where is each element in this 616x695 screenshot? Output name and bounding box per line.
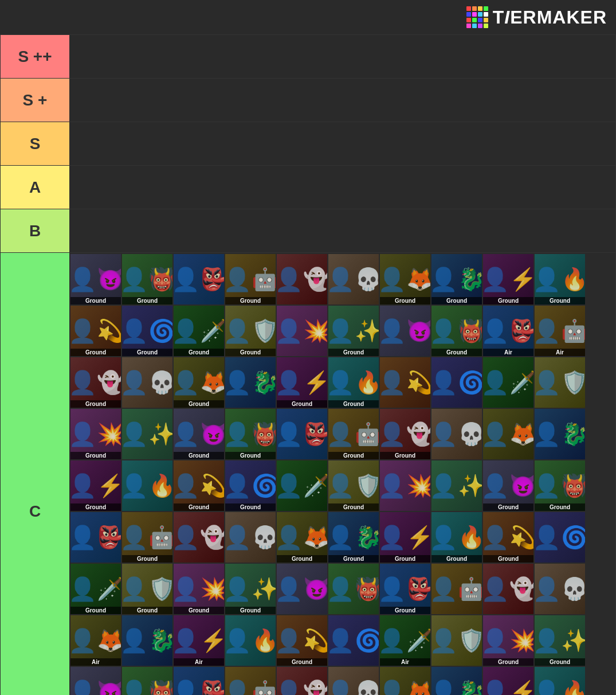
char-label: Ground <box>225 503 276 511</box>
char-cell[interactable]: 🗡️ Air <box>380 615 430 666</box>
char-cell[interactable]: 💫 Ground <box>277 615 327 666</box>
char-cell[interactable]: 👻 <box>277 254 327 304</box>
char-cell[interactable]: 🌀 <box>431 357 482 408</box>
char-cell[interactable]: 😈 <box>70 667 121 695</box>
char-cell[interactable]: 🔥 Ground <box>431 512 482 563</box>
char-cell[interactable]: 🦊 <box>483 409 533 459</box>
char-cell[interactable]: ✨ Ground <box>328 306 379 356</box>
char-cell[interactable]: ⚡ <box>483 667 533 695</box>
char-cell[interactable]: 👻 Ground <box>70 357 121 408</box>
char-cell[interactable]: 🔥 Ground <box>535 667 585 695</box>
char-cell[interactable]: 👻 <box>174 512 224 563</box>
char-cell[interactable]: 😈 <box>277 564 327 614</box>
char-cell[interactable]: 🌀 <box>535 512 585 563</box>
char-cell[interactable]: 🐉 <box>225 357 276 408</box>
char-cell[interactable]: 👺 Ground <box>380 564 430 614</box>
char-cell[interactable]: 😈 <box>380 306 430 356</box>
char-cell[interactable]: 🦊 <box>380 667 430 695</box>
char-cell[interactable]: 👺 <box>174 667 224 695</box>
char-cell[interactable]: 💫 Ground <box>483 512 533 563</box>
char-cell[interactable]: 💫 Ground <box>174 460 224 511</box>
char-cell[interactable]: 💀 <box>122 357 172 408</box>
char-cell[interactable]: 👺 Air <box>483 306 533 356</box>
char-cell[interactable]: ⚡ Ground <box>70 460 121 511</box>
char-cell[interactable]: 👹 <box>328 564 379 614</box>
char-cell[interactable]: 🗡️ <box>483 357 533 408</box>
char-cell[interactable]: 👹 Ground <box>122 254 172 304</box>
char-cell[interactable]: 👺 <box>70 512 121 563</box>
char-cell[interactable]: 🛡️ Ground <box>225 306 276 356</box>
char-cell[interactable]: 🦊 Ground <box>380 254 430 304</box>
char-cell[interactable]: 🔥 <box>225 615 276 666</box>
char-cell[interactable]: 🔥 <box>122 460 172 511</box>
tier-content-s <box>69 122 615 165</box>
char-cell[interactable]: 👺 <box>174 254 224 304</box>
char-cell[interactable]: 🤖 Ground <box>328 409 379 459</box>
char-cell[interactable]: 💀 <box>225 512 276 563</box>
char-cell[interactable]: 🛡️ Ground <box>328 460 379 511</box>
char-cell[interactable]: 🦊 Ground <box>277 512 327 563</box>
char-cell[interactable]: 🔥 Ground <box>328 357 379 408</box>
char-cell[interactable]: 🐉 Ground <box>431 254 482 304</box>
char-cell[interactable]: 💫 <box>380 357 430 408</box>
char-cell[interactable]: 🗡️ <box>277 460 327 511</box>
char-cell[interactable]: 🐉 Ground <box>431 667 482 695</box>
char-cell[interactable]: 😈 Ground <box>483 460 533 511</box>
char-cell[interactable]: 🛡️ <box>431 615 482 666</box>
char-cell[interactable]: ✨ <box>122 409 172 459</box>
char-cell[interactable]: 👹 Ground <box>122 667 172 695</box>
char-cell[interactable]: 👹 Ground <box>431 306 482 356</box>
char-cell[interactable]: ⚡ Ground <box>483 254 533 304</box>
char-cell[interactable]: 💫 Ground <box>70 306 121 356</box>
char-label: Ground <box>431 349 482 356</box>
char-cell[interactable]: ✨ Ground <box>225 564 276 614</box>
char-label: Ground <box>225 349 276 356</box>
char-cell[interactable]: 🤖 Ground <box>225 254 276 304</box>
char-cell[interactable]: 💥 Ground <box>483 615 533 666</box>
char-label: Ground <box>174 452 224 459</box>
char-cell[interactable]: 🦊 Air <box>70 615 121 666</box>
char-cell[interactable]: ⚡ Ground <box>380 512 430 563</box>
char-cell[interactable]: ✨ Ground <box>535 615 585 666</box>
char-cell[interactable]: 👻 Ground <box>380 409 430 459</box>
char-cell[interactable]: 👺 <box>277 409 327 459</box>
char-cell[interactable]: 💀 <box>431 409 482 459</box>
char-label: Ground <box>431 297 482 304</box>
char-label: Ground <box>277 555 327 563</box>
char-cell[interactable]: 🗡️ Ground <box>174 306 224 356</box>
char-cell[interactable]: 🛡️ <box>535 357 585 408</box>
char-cell[interactable]: 🦊 Ground <box>174 357 224 408</box>
char-cell[interactable]: 🛡️ Ground <box>122 564 172 614</box>
tier-content-c: 😈 Ground 👹 Ground 👺 🤖 Ground 👻 💀 🦊 <box>69 253 615 695</box>
char-cell[interactable]: 👻 <box>483 564 533 614</box>
char-cell[interactable]: 💀 <box>328 254 379 304</box>
char-cell[interactable]: 🌀 <box>328 615 379 666</box>
char-cell[interactable]: 💀 Ground <box>328 667 379 695</box>
char-cell[interactable]: 🐉 <box>122 615 172 666</box>
char-cell[interactable]: 🔥 Ground <box>535 254 585 304</box>
char-label: Ground <box>277 658 327 666</box>
char-cell[interactable]: 💥 <box>277 306 327 356</box>
char-cell[interactable]: 😈 Ground <box>70 254 121 304</box>
char-cell[interactable]: ⚡ Ground <box>277 357 327 408</box>
char-cell[interactable]: 🐉 Ground <box>328 512 379 563</box>
char-cell[interactable]: 🤖 Ground <box>225 667 276 695</box>
char-cell[interactable]: 🗡️ Ground <box>70 564 121 614</box>
char-cell[interactable]: 😈 Ground <box>174 409 224 459</box>
char-cell[interactable]: 💥 Ground <box>174 564 224 614</box>
char-cell[interactable]: 🌀 Ground <box>225 460 276 511</box>
char-cell[interactable]: 👹 Ground <box>535 460 585 511</box>
char-cell[interactable]: ✨ <box>431 460 482 511</box>
char-cell[interactable]: 👹 Ground <box>225 409 276 459</box>
char-cell[interactable]: 🤖 <box>431 564 482 614</box>
char-cell[interactable]: 💥 Ground <box>70 409 121 459</box>
char-cell[interactable]: 🐉 <box>535 409 585 459</box>
char-label: Ground <box>70 607 121 614</box>
char-cell[interactable]: ⚡ Air <box>174 615 224 666</box>
char-cell[interactable]: 👻 <box>277 667 327 695</box>
char-cell[interactable]: 🌀 Ground <box>122 306 172 356</box>
char-cell[interactable]: 💥 <box>380 460 430 511</box>
char-cell[interactable]: 💀 <box>535 564 585 614</box>
char-cell[interactable]: 🤖 Air <box>535 306 585 356</box>
char-cell[interactable]: 🤖 Ground <box>122 512 172 563</box>
